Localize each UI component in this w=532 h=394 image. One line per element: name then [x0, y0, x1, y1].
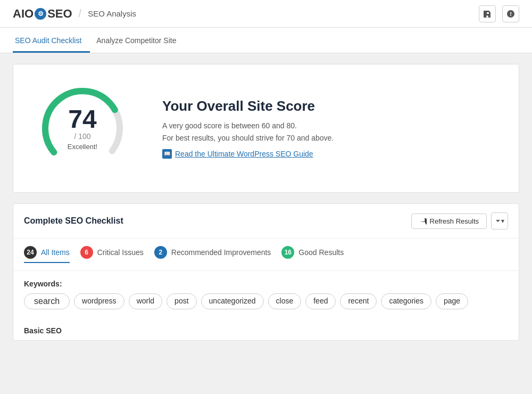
refresh-button[interactable]: Refresh Results: [411, 214, 487, 229]
keyword-uncategorized[interactable]: uncategorized: [201, 293, 264, 309]
tabs-bar: SEO Audit Checklist Analyze Competitor S…: [0, 28, 532, 53]
gauge-total: / 100: [68, 132, 97, 141]
score-desc-line2: For best results, you should strive for …: [162, 132, 334, 144]
filter-tab-recommended[interactable]: 2 Recommended Improvements: [154, 246, 271, 263]
keyword-categories[interactable]: categories: [381, 293, 431, 309]
badge-good: 16: [281, 246, 294, 259]
chevron-down-icon: [495, 218, 501, 224]
filter-label-good: Good Results: [298, 248, 344, 257]
main-content: 74 / 100 Excellent! Your Overall Site Sc…: [0, 53, 532, 351]
basic-seo-section-label: Basic SEO: [13, 326, 519, 340]
header-divider: /: [79, 7, 82, 20]
keyword-search[interactable]: search: [24, 293, 70, 309]
gauge-container: 74 / 100 Excellent!: [35, 80, 130, 176]
refresh-icon: [419, 217, 427, 225]
filter-tab-good[interactable]: 16 Good Results: [281, 246, 344, 263]
gauge-label: Excellent!: [68, 143, 97, 151]
logo-text-aio: AIO: [13, 7, 34, 21]
gauge-center: 74 / 100 Excellent!: [68, 106, 97, 151]
checklist-section: Complete SEO Checklist Refresh Results ▾: [13, 203, 519, 341]
filter-tabs: 24 All Items 6 Critical Issues 2 Recomme…: [13, 239, 519, 271]
filter-tab-critical[interactable]: 6 Critical Issues: [80, 246, 144, 263]
badge-recommended: 2: [154, 246, 167, 259]
badge-all: 24: [24, 246, 37, 259]
save-button[interactable]: [479, 5, 496, 22]
logo: AIO ⚙ SEO: [13, 7, 72, 21]
score-link-text: Read the Ultimate WordPress SEO Guide: [175, 150, 313, 158]
keyword-world[interactable]: world: [129, 293, 162, 309]
keyword-page[interactable]: page: [436, 293, 468, 309]
keywords-list: search wordpress world post uncategorize…: [24, 293, 508, 309]
score-card: 74 / 100 Excellent! Your Overall Site Sc…: [13, 64, 519, 193]
logo-icon: ⚙: [35, 8, 46, 20]
score-desc-line1: A very good score is between 60 and 80.: [162, 120, 334, 132]
collapse-button[interactable]: ▾: [491, 212, 508, 229]
book-icon: 📖: [162, 149, 172, 159]
keywords-section: Keywords: search wordpress world post un…: [13, 271, 519, 326]
header-left: AIO ⚙ SEO / SEO Analysis: [13, 7, 136, 21]
badge-critical: 6: [80, 246, 93, 259]
help-button[interactable]: [502, 5, 519, 22]
score-info: Your Overall Site Score A very good scor…: [162, 98, 334, 159]
filter-label-all: All Items: [41, 248, 70, 257]
tab-competitor[interactable]: Analyze Competitor Site: [94, 30, 185, 53]
keyword-feed[interactable]: feed: [305, 293, 336, 309]
header-actions: [479, 5, 519, 22]
score-title: Your Overall Site Score: [162, 98, 334, 114]
checklist-header: Complete SEO Checklist Refresh Results ▾: [13, 204, 519, 239]
keyword-post[interactable]: post: [167, 293, 196, 309]
keyword-wordpress[interactable]: wordpress: [74, 293, 124, 309]
keywords-label: Keywords:: [24, 280, 508, 288]
logo-text-seo: SEO: [47, 7, 72, 21]
keyword-close[interactable]: close: [268, 293, 302, 309]
keyword-recent[interactable]: recent: [340, 293, 377, 309]
filter-label-recommended: Recommended Improvements: [171, 248, 271, 257]
header-page-title: SEO Analysis: [88, 9, 136, 18]
refresh-label: Refresh Results: [430, 217, 479, 225]
tab-seo-audit[interactable]: SEO Audit Checklist: [13, 30, 90, 53]
filter-tab-all[interactable]: 24 All Items: [24, 246, 70, 263]
filter-label-critical: Critical Issues: [97, 248, 144, 257]
score-guide-link[interactable]: 📖 Read the Ultimate WordPress SEO Guide: [162, 149, 313, 159]
gauge-score: 74: [68, 106, 97, 132]
header: AIO ⚙ SEO / SEO Analysis: [0, 0, 532, 28]
checklist-actions: Refresh Results ▾: [411, 212, 508, 229]
checklist-title: Complete SEO Checklist: [24, 216, 123, 226]
